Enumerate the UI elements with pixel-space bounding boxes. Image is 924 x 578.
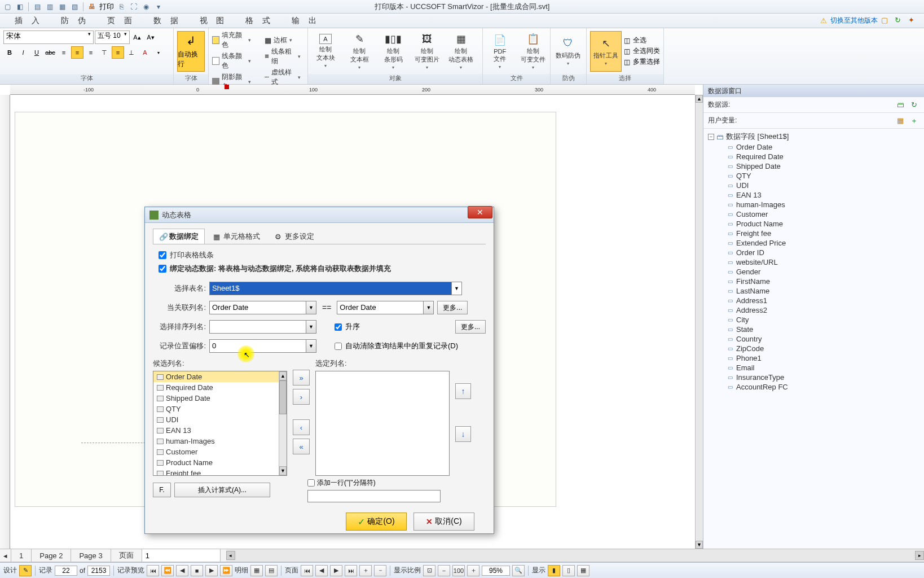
detail-button[interactable]: ▦ [250,565,263,576]
tree-field[interactable]: ▭Phone1 [703,353,924,363]
tree-field[interactable]: ▭State [703,325,924,334]
draw-barcode-button[interactable]: ▮▯▮绘制 条形码▾ [379,32,407,70]
tree-field[interactable]: ▭Product Name [703,219,924,229]
relation-more-button[interactable]: 更多... [437,301,468,314]
tab-data-bind[interactable]: 🔗数据绑定 [153,229,205,244]
list-item[interactable]: Freight fee [153,468,287,476]
zoom-out-button[interactable]: − [438,565,450,576]
vertical-scrollbar[interactable]: ▲ ▼ [695,95,703,549]
tree-field[interactable]: ▭Address2 [703,305,924,315]
page-number-input[interactable] [142,549,221,562]
var-file-button[interactable]: 📋绘制 可变文件▾ [520,32,547,70]
tab-more-settings[interactable]: ⚙更多设定 [269,229,320,244]
move-up-button[interactable]: ↑ [455,383,471,399]
tree-field[interactable]: ▭website/URL [703,257,924,267]
dialog-titlebar[interactable]: 动态表格 [145,207,494,223]
dropdown-icon[interactable]: ▼ [451,282,461,295]
scroll-down-icon[interactable]: ▼ [696,541,703,549]
page-del-button[interactable]: － [374,565,386,576]
pdf-file-button[interactable]: 📄PDF 文件▾ [486,33,514,69]
tree-field[interactable]: ▭City [703,315,924,325]
qat-icon[interactable]: ▦ [57,2,67,12]
page-add-button[interactable]: ＋ [359,565,372,576]
cancel-button[interactable]: ✕取消(C) [413,513,474,531]
relation-right-combo[interactable]: Order Date▼ [337,301,434,314]
selected-listbox[interactable] [315,371,450,476]
tree-field[interactable]: ▭human-Images [703,200,924,209]
nav-prev-button[interactable]: ◀ [176,565,188,576]
tree-field[interactable]: ▭Shipped Date [703,161,924,171]
tree-field[interactable]: ▭EAN 13 [703,190,924,200]
auto-wrap-button[interactable]: ↲ 自动换行 [177,31,205,72]
add-row-checkbox[interactable] [307,479,315,487]
horizontal-scrollbar[interactable]: ◂ ▸ [226,549,924,562]
table-name-combo[interactable]: Sheet1$▼ [209,282,462,295]
strike-button[interactable]: abc [44,46,56,59]
page-tab-first[interactable]: ◂ [0,549,11,562]
tree-field[interactable]: ▭ZipCode [703,344,924,353]
db-icon[interactable]: 🗃 [895,99,906,111]
dropdown-icon[interactable]: ▼ [306,340,316,352]
nav-next10-button[interactable]: ⏩ [220,565,232,576]
underline-button[interactable]: U [30,46,43,59]
zoom-apply-button[interactable]: 🔍 [512,565,525,576]
menu-security[interactable]: 防 伪 [52,16,98,26]
menu-page[interactable]: 页 面 [98,16,144,26]
align-center-button[interactable]: ≡ [71,46,83,59]
font-size-combo[interactable]: 五号 10▾ [95,30,130,44]
line-color-button[interactable]: 线条颜色▾ [212,51,254,71]
candidate-listbox[interactable]: Order Date Required Date Shipped Date QT… [153,371,287,476]
bind-dynamic-checkbox[interactable] [159,265,166,273]
sort-col-combo[interactable]: ▼ [209,320,316,334]
qat-icon[interactable]: ▧ [69,2,80,12]
nav-stop-button[interactable]: ■ [191,565,203,576]
toolbar-icon[interactable]: ✦ [908,16,918,26]
toolbar-icon[interactable]: ▢ [881,16,891,26]
move-all-left-button[interactable]: « [293,439,310,454]
tree-field[interactable]: ▭Email [703,363,924,373]
tree-field[interactable]: ▭FirstName [703,277,924,286]
list-item[interactable]: UDI [153,414,287,425]
tree-field[interactable]: ▭Order Date [703,142,924,152]
tree-root[interactable]: − 🗃 数据字段 [Sheet1$] [703,131,924,142]
var-add-icon[interactable]: ＋ [908,115,919,126]
page-tab[interactable]: Page 3 [71,549,111,562]
offset-combo[interactable]: 0▼ [209,339,316,353]
tab-cell-format[interactable]: ▦单元格格式 [207,229,266,244]
grow-font-button[interactable]: A▴ [131,31,143,43]
tree-field[interactable]: ▭Gender [703,267,924,277]
design-mode-button[interactable]: ✎ [19,565,32,576]
scroll-left-icon[interactable]: ◂ [226,551,235,560]
move-left-button[interactable]: ‹ [293,419,310,435]
multi-select-button[interactable]: ◫多重选择 [623,57,660,67]
list-item[interactable]: QTY [153,404,287,414]
refresh-icon[interactable]: ↻ [908,99,919,111]
menu-data[interactable]: 数 据 [144,16,191,26]
tree-field[interactable]: ▭InsuranceType [703,373,924,382]
security-button[interactable]: 🛡数码防伪▾ [554,37,582,66]
zoom-in-button[interactable]: ＋ [467,565,479,576]
font-name-combo[interactable]: 宋体▾ [3,30,94,44]
show-mode2-button[interactable]: ▯ [562,565,575,576]
draw-varimg-button[interactable]: 🖼绘制 可变图片▾ [413,32,441,70]
add-row-input[interactable] [307,490,441,502]
record-current-input[interactable] [55,566,77,576]
ok-button[interactable]: ✓确定(O) [346,513,407,531]
page-tab[interactable]: 1 [11,549,32,562]
shrink-font-button[interactable]: A▾ [144,31,157,43]
move-all-right-button[interactable]: » [293,370,310,386]
page-first-button[interactable]: ⏮ [301,565,313,576]
info-icon[interactable]: ⚠ [820,16,827,25]
menu-format[interactable]: 格 式 [236,16,283,26]
dropdown-icon[interactable]: ▼ [306,301,316,314]
tree-field[interactable]: ▭Customer [703,209,924,219]
qat-icon[interactable]: ◧ [15,2,25,12]
print-lines-checkbox[interactable] [159,251,166,259]
page-last-button[interactable]: ⏭ [345,565,357,576]
scroll-down-icon[interactable]: ▼ [279,466,287,475]
nav-prev10-button[interactable]: ⏪ [161,565,174,576]
qat-icon[interactable]: ▥ [45,2,55,12]
canvas[interactable]: 👠 ✕ 动态表格 🔗数据绑定 ▦单元格格式 ⚙更多设定 [10,95,695,549]
select-same-button[interactable]: ◫全选同类 [623,46,660,56]
draw-textframe-button[interactable]: ✎绘制 文本框▾ [345,32,373,70]
